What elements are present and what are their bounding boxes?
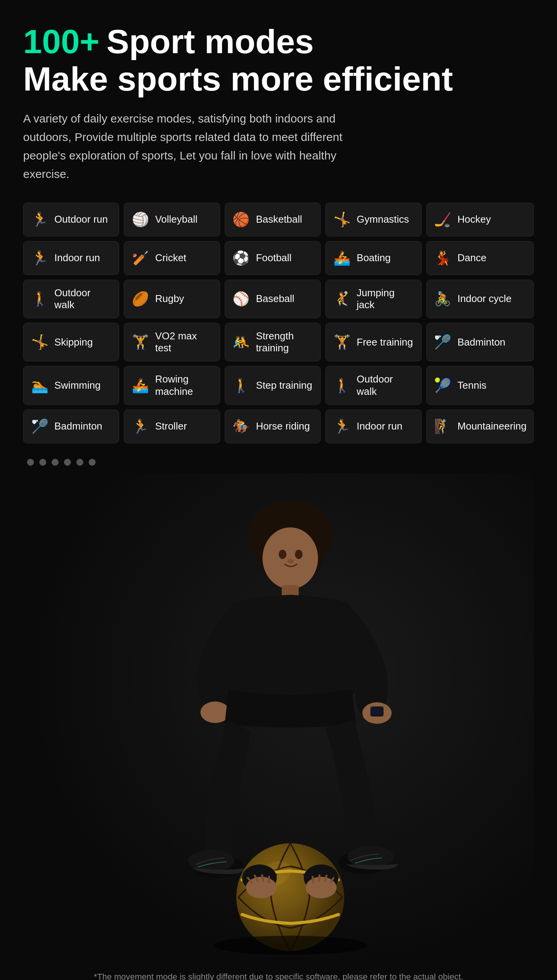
sport-icon-15: 🤸 <box>30 333 49 351</box>
sport-label-10: Outdoor walk <box>54 287 112 311</box>
sport-item-18: 🏋 Free training <box>325 323 421 361</box>
sport-icon-25: 🏸 <box>30 417 49 436</box>
sport-label-21: Rowing machine <box>155 373 212 397</box>
dot-5 <box>76 459 83 466</box>
sport-item-7: ⚽ Football <box>225 241 321 275</box>
sport-icon-9: 💃 <box>434 249 452 267</box>
sport-icon-20: 🏊 <box>30 376 49 395</box>
sport-icon-5: 🏃 <box>30 249 49 267</box>
athlete-svg <box>125 493 433 955</box>
sport-item-28: 🏃 Indoor run <box>325 409 421 443</box>
svg-line-32 <box>319 875 320 881</box>
dots-row <box>23 459 534 466</box>
sport-icon-8: 🚣 <box>333 249 351 267</box>
sport-item-12: ⚾ Baseball <box>225 280 321 318</box>
sport-label-5: Indoor run <box>54 252 100 264</box>
sport-item-4: 🏒 Hockey <box>426 203 534 237</box>
sport-icon-26: 🏃 <box>131 417 150 436</box>
sport-icon-14: 🚴 <box>434 290 452 308</box>
sport-icon-10: 🚶 <box>30 290 49 308</box>
sport-label-1: Volleyball <box>155 213 197 225</box>
sport-icon-11: 🏉 <box>131 290 150 308</box>
sport-item-11: 🏉 Rugby <box>124 280 220 318</box>
sport-label-11: Rugby <box>155 293 184 305</box>
page-wrapper: 100+ Sport modes Make sports more effici… <box>0 0 557 980</box>
sport-icon-22: 🚶 <box>232 376 251 395</box>
svg-point-35 <box>213 936 367 955</box>
headline-line2: Make sports more efficient <box>23 60 534 98</box>
sport-icon-1: 🏐 <box>131 210 150 229</box>
sport-label-3: Gymnastics <box>357 213 409 225</box>
sport-label-9: Dance <box>458 252 486 264</box>
sport-icon-2: 🏀 <box>232 210 251 229</box>
sport-label-13: Jumping jack <box>357 287 414 311</box>
dot-4 <box>64 459 71 466</box>
headline-part1: Sport modes <box>106 23 314 60</box>
dot-3 <box>52 459 59 466</box>
sport-icon-4: 🏒 <box>434 210 452 229</box>
sport-icon-18: 🏋 <box>333 333 351 351</box>
svg-point-18 <box>188 850 234 871</box>
sport-item-0: 🏃 Outdoor run <box>23 203 119 237</box>
headline-line1: 100+ Sport modes <box>23 23 534 60</box>
sport-icon-12: ⚾ <box>232 290 251 308</box>
sport-label-24: Tennis <box>458 379 486 391</box>
svg-point-4 <box>263 527 318 589</box>
sport-icon-21: 🚣 <box>131 376 150 395</box>
headline-accent: 100+ <box>23 23 99 60</box>
sport-item-13: 🤾 Jumping jack <box>325 280 421 318</box>
disclaimer: *The movement mode is slightly different… <box>0 972 557 980</box>
sport-item-27: 🏇 Horse riding <box>225 409 321 443</box>
sport-label-29: Mountaineering <box>458 420 527 432</box>
sport-label-25: Badminton <box>54 420 102 432</box>
sport-item-3: 🤸 Gymnastics <box>325 203 421 237</box>
sport-item-21: 🚣 Rowing machine <box>124 366 220 404</box>
sport-label-28: Indoor run <box>357 420 402 432</box>
sport-label-6: Cricket <box>155 252 186 264</box>
sport-label-17: Strength training <box>256 330 313 354</box>
sport-item-5: 🏃 Indoor run <box>23 241 119 275</box>
sport-label-15: Skipping <box>54 336 93 348</box>
sport-label-8: Boating <box>357 252 390 264</box>
sport-item-20: 🏊 Swimming <box>23 366 119 404</box>
sport-icon-0: 🏃 <box>30 210 49 229</box>
headline-section: 100+ Sport modes Make sports more effici… <box>23 23 534 98</box>
sport-icon-29: 🧗 <box>434 417 452 436</box>
sport-label-20: Swimming <box>54 379 101 391</box>
sport-icon-16: 🏋 <box>131 333 150 351</box>
sport-label-2: Basketball <box>256 213 302 225</box>
svg-line-31 <box>313 877 313 883</box>
sport-item-8: 🚣 Boating <box>325 241 421 275</box>
sport-item-10: 🚶 Outdoor walk <box>23 280 119 318</box>
sport-item-19: 🏸 Badminton <box>426 323 534 361</box>
sport-item-6: 🏏 Cricket <box>124 241 220 275</box>
svg-rect-14 <box>372 708 382 715</box>
svg-line-29 <box>262 875 263 881</box>
svg-point-6 <box>295 550 303 559</box>
sport-item-23: 🚶 Outdoor walk <box>325 366 421 404</box>
sport-icon-6: 🏏 <box>131 249 150 267</box>
sport-icon-13: 🤾 <box>333 290 351 308</box>
sport-label-14: Indoor cycle <box>458 293 512 305</box>
sport-item-26: 🏃 Stroller <box>124 409 220 443</box>
svg-point-7 <box>288 559 294 564</box>
sport-label-0: Outdoor run <box>54 213 108 225</box>
sport-label-12: Baseball <box>256 293 294 305</box>
sport-label-16: VO2 max test <box>155 330 212 354</box>
sport-icon-23: 🚶 <box>333 376 351 395</box>
sport-item-24: 🎾 Tennis <box>426 366 534 404</box>
sport-item-15: 🤸 Skipping <box>23 323 119 361</box>
sport-item-9: 💃 Dance <box>426 241 534 275</box>
sport-item-25: 🏸 Badminton <box>23 409 119 443</box>
sport-icon-28: 🏃 <box>333 417 351 436</box>
sport-label-19: Badminton <box>458 336 505 348</box>
sport-icon-7: ⚽ <box>232 249 251 267</box>
sport-item-16: 🏋 VO2 max test <box>124 323 220 361</box>
sport-icon-17: 🤼 <box>232 333 251 351</box>
sport-item-17: 🤼 Strength training <box>225 323 321 361</box>
sport-icon-27: 🏇 <box>232 417 251 436</box>
svg-point-5 <box>279 550 286 559</box>
svg-point-20 <box>347 846 394 868</box>
sport-label-26: Stroller <box>155 420 187 432</box>
sports-grid: 🏃 Outdoor run 🏐 Volleyball 🏀 Basketball … <box>23 203 534 443</box>
